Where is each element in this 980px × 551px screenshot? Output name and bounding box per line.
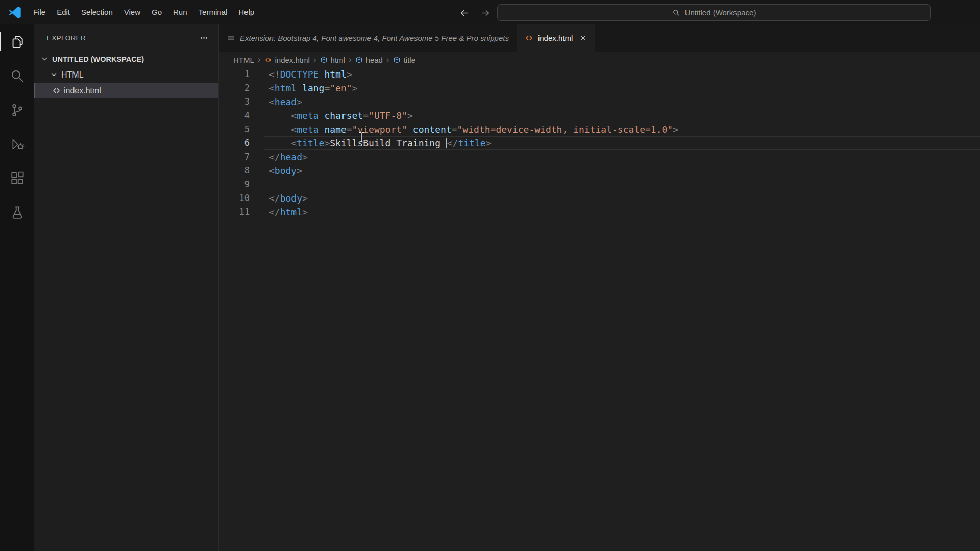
activity-search[interactable] bbox=[0, 59, 34, 93]
tree-item-label: index.html bbox=[64, 86, 101, 95]
code-line-3[interactable]: 3<head> bbox=[219, 95, 980, 109]
editor-area: Extension: Bootstrap 4, Font awesome 4, … bbox=[219, 24, 980, 551]
activity-run-debug[interactable] bbox=[0, 127, 34, 161]
line-number: 9 bbox=[219, 178, 256, 191]
file-tree: UNTITLED (WORKSPACE)HTMLindex.html bbox=[34, 51, 218, 98]
breadcrumb-label: head bbox=[366, 56, 383, 64]
run-debug-icon bbox=[10, 137, 25, 152]
html-file-icon bbox=[525, 34, 533, 42]
extensions-icon bbox=[10, 171, 25, 186]
activity-source-control[interactable] bbox=[0, 93, 34, 127]
sidebar-header: EXPLORER bbox=[34, 24, 218, 51]
code-line-8[interactable]: 8<body> bbox=[219, 164, 980, 178]
code-line-7[interactable]: 7</head> bbox=[219, 150, 980, 164]
code-line-6[interactable]: 6 <title>SkillsBuild Training </title> bbox=[219, 136, 980, 150]
breadcrumb-item-title[interactable]: title bbox=[393, 56, 415, 64]
vscode-logo-icon bbox=[8, 6, 21, 19]
explorer-title: EXPLORER bbox=[47, 34, 86, 42]
code-line-5[interactable]: 5 <meta name="viewport" content="width=d… bbox=[219, 122, 980, 136]
html-file-icon bbox=[52, 86, 61, 95]
tab-index-html[interactable]: index.html bbox=[517, 24, 595, 52]
html-file-icon bbox=[264, 56, 272, 64]
breadcrumb-separator: › bbox=[345, 55, 355, 65]
source-control-icon bbox=[10, 103, 25, 118]
tab-label: Extension: Bootstrap 4, Font awesome 4, … bbox=[240, 34, 509, 42]
breadcrumb-label: title bbox=[404, 56, 415, 64]
menu-file[interactable]: File bbox=[28, 4, 51, 20]
menu-view[interactable]: View bbox=[118, 4, 146, 20]
tab-bar: Extension: Bootstrap 4, Font awesome 4, … bbox=[219, 24, 980, 52]
search-icon bbox=[10, 68, 25, 84]
breadcrumb-separator: › bbox=[254, 55, 264, 65]
search-icon bbox=[672, 9, 680, 17]
menu-selection[interactable]: Selection bbox=[76, 4, 118, 20]
breadcrumb-separator: › bbox=[310, 55, 320, 65]
activity-bar bbox=[0, 24, 34, 551]
line-number: 11 bbox=[219, 205, 256, 219]
code-line-10[interactable]: 10</body> bbox=[219, 191, 980, 205]
files-icon bbox=[10, 34, 25, 49]
breadcrumb-separator: › bbox=[383, 55, 393, 65]
code-line-9[interactable]: 9 bbox=[219, 178, 980, 191]
tree-item-label: UNTITLED (WORKSPACE) bbox=[52, 55, 144, 63]
command-center-label: Untitled (Workspace) bbox=[685, 8, 756, 17]
symbol-icon bbox=[320, 56, 328, 64]
tree-item-untitled-workspace[interactable]: UNTITLED (WORKSPACE) bbox=[34, 51, 218, 67]
tree-item-label: HTML bbox=[61, 70, 84, 80]
line-number: 3 bbox=[219, 95, 256, 109]
command-center[interactable]: Untitled (Workspace) bbox=[497, 4, 931, 21]
title-bar: FileEditSelectionViewGoRunTerminalHelp U… bbox=[0, 0, 980, 24]
nav-forward-button[interactable] bbox=[479, 6, 492, 19]
line-number: 2 bbox=[219, 81, 256, 95]
menu-edit[interactable]: Edit bbox=[51, 4, 76, 20]
nav-back-button[interactable] bbox=[457, 6, 471, 19]
line-number: 4 bbox=[219, 109, 256, 122]
vscode-window: FileEditSelectionViewGoRunTerminalHelp U… bbox=[0, 0, 980, 551]
line-number: 6 bbox=[219, 136, 256, 150]
menu-help[interactable]: Help bbox=[233, 4, 260, 20]
activity-explorer[interactable] bbox=[0, 24, 34, 59]
close-icon[interactable] bbox=[579, 34, 587, 42]
breadcrumb-label: HTML bbox=[233, 56, 254, 64]
nav-arrows bbox=[457, 6, 492, 19]
tree-item-html[interactable]: HTML bbox=[34, 67, 218, 83]
explorer-sidebar: EXPLORER UNTITLED (WORKSPACE)HTMLindex.h… bbox=[34, 24, 219, 551]
line-number: 5 bbox=[219, 122, 256, 136]
breadcrumb-label: index.html bbox=[275, 56, 310, 64]
breadcrumb-item-index-html[interactable]: index.html bbox=[264, 56, 310, 64]
tree-item-index-html[interactable]: index.html bbox=[34, 83, 218, 98]
symbol-icon bbox=[355, 56, 363, 64]
line-number: 8 bbox=[219, 164, 256, 178]
breadcrumb: HTML›index.html›html›head›title bbox=[219, 52, 980, 67]
menu-bar: FileEditSelectionViewGoRunTerminalHelp bbox=[28, 0, 260, 24]
beaker-icon bbox=[10, 205, 25, 220]
workbench: EXPLORER UNTITLED (WORKSPACE)HTMLindex.h… bbox=[0, 24, 980, 551]
line-number: 1 bbox=[219, 67, 256, 81]
code-line-2[interactable]: 2<html lang="en"> bbox=[219, 81, 980, 95]
chevron-down-icon[interactable] bbox=[50, 70, 58, 79]
menu-terminal[interactable]: Terminal bbox=[193, 4, 233, 20]
tab-extension-bootstrap-4-font-awesome-4-fon[interactable]: Extension: Bootstrap 4, Font awesome 4, … bbox=[219, 24, 517, 52]
more-actions-icon[interactable] bbox=[200, 34, 208, 42]
list-icon bbox=[227, 34, 235, 42]
code-line-1[interactable]: 1<!DOCTYPE html> bbox=[219, 67, 980, 81]
breadcrumb-item-head[interactable]: head bbox=[355, 56, 383, 64]
breadcrumb-item-html[interactable]: html bbox=[320, 56, 345, 64]
activity-testing[interactable] bbox=[0, 195, 34, 230]
activity-extensions[interactable] bbox=[0, 161, 34, 195]
breadcrumb-item-html[interactable]: HTML bbox=[233, 56, 254, 64]
code-line-11[interactable]: 11</html> bbox=[219, 205, 980, 219]
code-editor[interactable]: 1<!DOCTYPE html>2<html lang="en">3<head>… bbox=[219, 67, 980, 551]
tab-label: index.html bbox=[538, 34, 573, 42]
menu-go[interactable]: Go bbox=[146, 4, 167, 20]
chevron-down-icon[interactable] bbox=[40, 55, 49, 63]
code-line-4[interactable]: 4 <meta charset="UTF-8"> bbox=[219, 109, 980, 122]
symbol-icon bbox=[393, 56, 401, 64]
line-number: 10 bbox=[219, 191, 256, 205]
breadcrumb-label: html bbox=[331, 56, 345, 64]
line-number: 7 bbox=[219, 150, 256, 164]
menu-run[interactable]: Run bbox=[167, 4, 193, 20]
